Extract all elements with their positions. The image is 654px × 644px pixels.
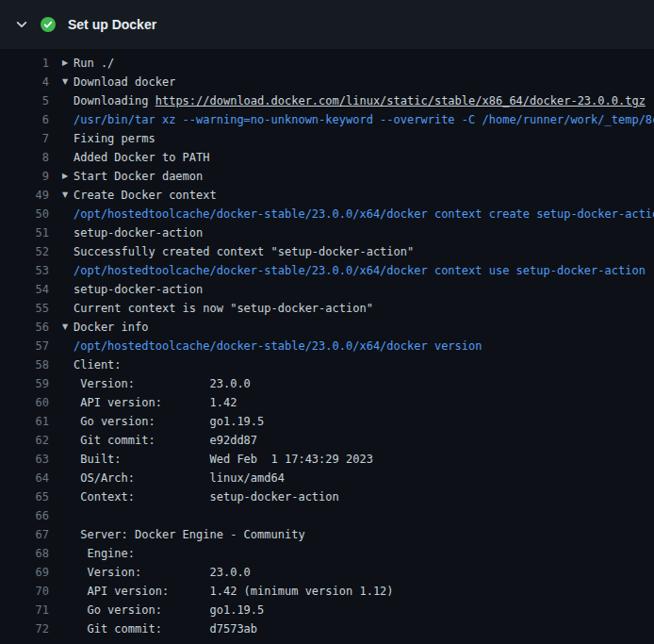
line-number[interactable]: 64 bbox=[0, 469, 49, 487]
line-number[interactable]: 61 bbox=[0, 412, 49, 431]
log-line-71: 71 Go version: go1.19.5 bbox=[0, 601, 654, 619]
log-text: Start Docker daemon bbox=[74, 170, 203, 183]
log-line-54: 54setup-docker-action bbox=[0, 280, 654, 299]
log-line-55: 55Current context is now "setup-docker-a… bbox=[0, 299, 654, 318]
line-content: ▼Create Docker context bbox=[49, 186, 217, 205]
step-header[interactable]: Set up Docker bbox=[0, 0, 654, 49]
log-text: Run ./ bbox=[74, 57, 114, 70]
group-expanded-triangle-icon[interactable]: ▼ bbox=[62, 318, 74, 337]
line-number[interactable]: 8 bbox=[0, 148, 49, 167]
log-text: Fixing perms bbox=[74, 132, 155, 145]
line-content: Git commit: d7573ab bbox=[49, 619, 257, 638]
log-text: Context: setup-docker-action bbox=[74, 490, 339, 504]
log-line-60: 60 API version: 1.42 bbox=[0, 393, 654, 412]
line-number[interactable]: 62 bbox=[0, 431, 49, 450]
log-line-65: 65 Context: setup-docker-action bbox=[0, 487, 654, 506]
log-text: Downloading bbox=[74, 94, 155, 107]
log-text: Successfully created context "setup-dock… bbox=[74, 245, 414, 258]
line-content bbox=[49, 506, 74, 525]
line-content: ▼Docker info bbox=[49, 318, 148, 337]
log-text: Client: bbox=[74, 358, 122, 372]
line-number[interactable]: 63 bbox=[0, 450, 49, 469]
line-content: /opt/hostedtoolcache/docker-stable/23.0.… bbox=[49, 205, 654, 223]
log-line-49[interactable]: 49▼Create Docker context bbox=[0, 186, 654, 205]
log-line-56[interactable]: 56▼Docker info bbox=[0, 318, 654, 337]
log-line-63: 63 Built: Wed Feb 1 17:43:29 2023 bbox=[0, 450, 654, 469]
log-line-61: 61 Go version: go1.19.5 bbox=[0, 412, 654, 431]
group-expanded-triangle-icon[interactable]: ▼ bbox=[62, 186, 74, 205]
log-line-69: 69 Version: 23.0.0 bbox=[0, 563, 654, 582]
line-number[interactable]: 67 bbox=[0, 525, 49, 544]
log-text: setup-docker-action bbox=[74, 226, 203, 239]
log-line-53: 53/opt/hostedtoolcache/docker-stable/23.… bbox=[0, 261, 654, 280]
line-number[interactable]: 60 bbox=[0, 393, 49, 412]
line-number[interactable]: 50 bbox=[0, 205, 49, 223]
line-number[interactable]: 57 bbox=[0, 337, 49, 355]
check-circle-success-icon bbox=[41, 17, 56, 32]
line-number[interactable]: 65 bbox=[0, 487, 49, 506]
line-content: API version: 1.42 bbox=[49, 393, 237, 412]
line-content: ▶Run ./ bbox=[49, 54, 114, 73]
line-number[interactable]: 59 bbox=[0, 374, 49, 393]
log-line-4[interactable]: 4▼Download docker bbox=[0, 73, 654, 91]
log-text: Create Docker context bbox=[74, 189, 217, 202]
line-number[interactable]: 4 bbox=[0, 73, 49, 91]
log-command-text: /opt/hostedtoolcache/docker-stable/23.0.… bbox=[74, 207, 654, 221]
log-text: Version: 23.0.0 bbox=[74, 377, 251, 390]
line-number[interactable]: 69 bbox=[0, 563, 49, 582]
log-command-text: /usr/bin/tar xz --warning=no-unknown-key… bbox=[74, 113, 654, 126]
line-content: Client: bbox=[49, 355, 122, 374]
line-number[interactable]: 58 bbox=[0, 355, 49, 374]
line-content: ▶Start Docker daemon bbox=[49, 167, 203, 186]
log-text: Go version: go1.19.5 bbox=[74, 415, 264, 428]
line-number[interactable]: 70 bbox=[0, 582, 49, 601]
line-number[interactable]: 5 bbox=[0, 91, 49, 110]
log-line-70: 70 API version: 1.42 (minimum version 1.… bbox=[0, 582, 654, 601]
line-content: Git commit: e92dd87 bbox=[49, 431, 257, 450]
line-number[interactable]: 55 bbox=[0, 299, 49, 318]
line-content: setup-docker-action bbox=[49, 280, 203, 299]
group-collapsed-triangle-icon[interactable]: ▶ bbox=[62, 54, 74, 73]
line-content: Added Docker to PATH bbox=[49, 148, 210, 167]
line-number[interactable]: 68 bbox=[0, 544, 49, 563]
line-number[interactable]: 7 bbox=[0, 129, 49, 148]
group-expanded-triangle-icon[interactable]: ▼ bbox=[62, 73, 74, 91]
line-number[interactable]: 53 bbox=[0, 261, 49, 280]
line-content: Go version: go1.19.5 bbox=[49, 601, 264, 619]
log-text: API version: 1.42 (minimum version 1.12) bbox=[74, 585, 394, 598]
line-number[interactable]: 51 bbox=[0, 223, 49, 242]
line-number[interactable]: 9 bbox=[0, 167, 49, 186]
line-number[interactable]: 1 bbox=[0, 54, 49, 73]
log-text: Server: Docker Engine - Community bbox=[74, 528, 305, 541]
log-line-1[interactable]: 1▶Run ./ bbox=[0, 54, 654, 73]
log-text: Go version: go1.19.5 bbox=[74, 603, 264, 617]
log-text: Version: 23.0.0 bbox=[74, 566, 251, 579]
log-line-66: 66 bbox=[0, 506, 654, 525]
line-content: OS/Arch: linux/amd64 bbox=[49, 469, 285, 487]
log-line-9[interactable]: 9▶Start Docker daemon bbox=[0, 167, 654, 186]
line-number[interactable]: 49 bbox=[0, 186, 49, 205]
log-line-67: 67 Server: Docker Engine - Community bbox=[0, 525, 654, 544]
line-number[interactable]: 6 bbox=[0, 110, 49, 129]
log-line-68: 68 Engine: bbox=[0, 544, 654, 563]
line-number[interactable]: 56 bbox=[0, 318, 49, 337]
log-line-62: 62 Git commit: e92dd87 bbox=[0, 431, 654, 450]
line-number[interactable]: 71 bbox=[0, 601, 49, 619]
log-line-51: 51setup-docker-action bbox=[0, 223, 654, 242]
log-line-6: 6/usr/bin/tar xz --warning=no-unknown-ke… bbox=[0, 110, 654, 129]
line-number[interactable]: 72 bbox=[0, 619, 49, 638]
line-number[interactable]: 66 bbox=[0, 506, 49, 525]
line-content: Go version: go1.19.5 bbox=[49, 412, 264, 431]
log-text: Docker info bbox=[74, 321, 148, 334]
log-link[interactable]: https://download.docker.com/linux/static… bbox=[155, 94, 646, 107]
log-line-57: 57/opt/hostedtoolcache/docker-stable/23.… bbox=[0, 337, 654, 355]
line-content: Version: 23.0.0 bbox=[49, 374, 251, 393]
line-number[interactable]: 52 bbox=[0, 242, 49, 261]
chevron-down-icon[interactable] bbox=[15, 18, 28, 31]
step-title: Set up Docker bbox=[68, 17, 156, 32]
line-content: ▼Download docker bbox=[49, 73, 175, 91]
log-line-5: 5Downloading https://download.docker.com… bbox=[0, 91, 654, 110]
log-text: Current context is now "setup-docker-act… bbox=[74, 302, 373, 315]
line-number[interactable]: 54 bbox=[0, 280, 49, 299]
group-collapsed-triangle-icon[interactable]: ▶ bbox=[62, 167, 74, 186]
